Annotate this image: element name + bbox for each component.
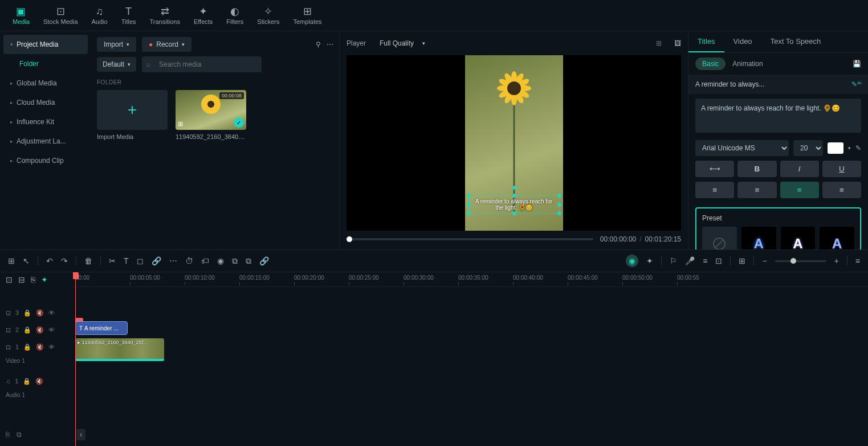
import-media-card[interactable]: + Import Media <box>97 90 168 140</box>
record-button[interactable]: ●Record▾ <box>142 37 191 52</box>
check-icon: ✓ <box>234 117 244 128</box>
sidebar-cloud-media[interactable]: ▸Cloud Media <box>3 93 88 112</box>
playhead[interactable] <box>75 272 76 446</box>
subtab-animation[interactable]: Animation <box>732 60 763 68</box>
sidebar-global-media[interactable]: ▸Global Media <box>3 73 88 93</box>
zoom-slider[interactable] <box>775 260 826 262</box>
track-head-audio1[interactable]: ♫1🔒🔇 <box>0 373 73 390</box>
align-center-button[interactable]: ≡ <box>737 182 776 198</box>
player-scrubber[interactable] <box>347 238 593 240</box>
tab-audio[interactable]: ♫Audio <box>85 3 115 27</box>
tab-templates[interactable]: ⊞Templates <box>286 3 328 27</box>
tl-record2-icon[interactable]: ⊡ <box>715 256 722 265</box>
player-canvas[interactable]: A reminder to always reach for the light… <box>347 55 681 231</box>
title-clip[interactable]: TA reminder ... <box>75 321 128 335</box>
font-color-swatch[interactable] <box>828 142 843 154</box>
new-folder-icon[interactable]: ⎘ <box>6 431 10 439</box>
align-left-button[interactable]: ≡ <box>695 182 734 198</box>
tl-tag-icon[interactable]: 🏷 <box>201 256 209 265</box>
prop-tab-tts[interactable]: Text To Speech <box>761 31 830 52</box>
tab-media[interactable]: ▣Media <box>6 3 36 27</box>
tl-link-icon[interactable]: 🔗 <box>152 256 161 265</box>
title-text-input[interactable]: A reminder to always reach for the light… <box>695 99 861 133</box>
tl-cut-icon[interactable]: ✂ <box>109 256 116 265</box>
tl-track-opt1-icon[interactable]: ⊡ <box>6 275 13 284</box>
import-button[interactable]: Import▾ <box>97 37 136 52</box>
save-preset-icon[interactable]: 💾 <box>853 60 861 68</box>
tl-marker2-icon[interactable]: ⚐ <box>670 256 677 265</box>
tl-view-icon[interactable]: ≡ <box>855 256 860 265</box>
tl-track-opt2-icon[interactable]: ⊟ <box>18 275 25 284</box>
tl-cursor-icon[interactable]: ↖ <box>23 256 30 265</box>
zoom-in-icon[interactable]: + <box>834 256 839 265</box>
tl-track-opt4-icon[interactable]: ✦ <box>41 275 48 284</box>
preset-1[interactable]: A <box>741 227 776 249</box>
video-clip[interactable]: ▸ 11940592_2160_3840_25f... <box>75 338 164 361</box>
sidebar-project-media[interactable]: ▾Project Media <box>3 35 88 54</box>
tl-undo-icon[interactable]: ↶ <box>46 256 53 265</box>
tl-layout-icon[interactable]: ⊞ <box>8 256 15 265</box>
sidebar-influence-kit[interactable]: ▸Influence Kit <box>3 112 88 132</box>
zoom-out-icon[interactable]: − <box>762 256 767 265</box>
tl-track-opt3-icon[interactable]: ⎘ <box>31 275 35 284</box>
tl-audio-icon[interactable]: ≡ <box>703 256 707 265</box>
spacing-button[interactable]: ⟷ <box>695 161 734 177</box>
tl-gear-icon[interactable]: ✦ <box>646 256 653 265</box>
timeline-tracks[interactable]: 00:0000:00:05:0000:00:10:0000:00:15:0000… <box>73 272 868 446</box>
tl-redo-icon[interactable]: ↷ <box>61 256 68 265</box>
sidebar-adjustment-layer[interactable]: ▸Adjustment La... <box>3 132 88 151</box>
tl-crop-icon[interactable]: ◻ <box>137 256 144 265</box>
eyedropper-icon[interactable]: ✎ <box>855 144 861 152</box>
track-head-2[interactable]: ⊡2🔒🔇👁 <box>0 321 73 338</box>
tl-color-icon[interactable]: ◉ <box>217 256 224 265</box>
preset-3[interactable]: A <box>820 227 854 249</box>
track-head-3[interactable]: ⊡3🔒🔇👁 <box>0 304 73 321</box>
text-overlay[interactable]: A reminder to always reach for the light… <box>468 195 560 214</box>
tl-mic-icon[interactable]: 🎤 <box>685 256 695 265</box>
timeline-panel: ⊞ ↖ ↶ ↷ 🗑 ✂ T ◻ 🔗 ⋯ ⏱ 🏷 ◉ ⧉ ⧉ 🔗 ◉ ✦ ⚐ 🎤 <box>0 249 868 446</box>
tl-group-icon[interactable]: ⧉ <box>232 256 238 266</box>
more-icon[interactable]: ⋯ <box>327 40 333 48</box>
tl-ai-icon[interactable]: ◉ <box>626 255 638 267</box>
ai-edit-icon[interactable]: ✎ᴬᴵ <box>851 80 861 88</box>
preset-2[interactable]: A <box>781 227 816 249</box>
snapshot-icon[interactable]: 🖼 <box>674 39 681 47</box>
align-right-button[interactable]: ≡ <box>822 182 861 198</box>
prop-tab-video[interactable]: Video <box>724 31 761 52</box>
tab-filters[interactable]: ◐Filters <box>219 3 250 27</box>
subtab-basic[interactable]: Basic <box>695 58 726 70</box>
tl-speed-icon[interactable]: ⏱ <box>185 256 193 265</box>
sort-dropdown[interactable]: Default ▾ <box>97 57 136 72</box>
preset-none[interactable] <box>702 227 737 249</box>
quality-dropdown[interactable]: Full Quality ▾ <box>373 36 432 51</box>
tab-effects[interactable]: ✦Effects <box>187 3 219 27</box>
tab-stickers[interactable]: ✧Stickers <box>250 3 286 27</box>
font-family-select[interactable]: Arial Unicode MS <box>695 140 789 156</box>
tab-stock-media[interactable]: ⊡Stock Media <box>36 3 85 27</box>
filter-icon[interactable]: ⚲ <box>316 40 321 48</box>
align-center2-button[interactable]: ≡ <box>780 182 819 198</box>
italic-button[interactable]: I <box>780 161 819 177</box>
tab-titles[interactable]: TTitles <box>115 3 143 27</box>
sidebar-folder[interactable]: Folder <box>3 54 88 73</box>
track-label-audio1: Audio 1 <box>0 390 73 400</box>
timeline-ruler[interactable]: 00:0000:00:05:0000:00:10:0000:00:15:0000… <box>73 272 868 287</box>
tl-magnet-icon[interactable]: 🔗 <box>259 256 269 265</box>
tl-mix-icon[interactable]: ⊞ <box>739 256 745 265</box>
tl-delete-icon[interactable]: 🗑 <box>84 256 92 265</box>
prop-tab-titles[interactable]: Titles <box>688 31 724 52</box>
tl-text-icon[interactable]: T <box>124 256 129 265</box>
underline-button[interactable]: U <box>822 161 861 177</box>
tl-ripple-icon[interactable]: ⋯ <box>169 256 177 265</box>
bold-button[interactable]: B <box>737 161 776 177</box>
layout-grid-icon[interactable]: ⊞ <box>656 39 662 47</box>
tl-group2-icon[interactable]: ⧉ <box>246 256 251 266</box>
search-input[interactable] <box>142 56 262 72</box>
tab-transitions[interactable]: ⇄Transitions <box>143 3 187 27</box>
sidebar-compound-clip[interactable]: ▸Compound Clip <box>3 151 88 170</box>
track-head-video1[interactable]: ⊡1🔒🔇👁 <box>0 338 73 355</box>
new-bin-icon[interactable]: ⧉ <box>17 431 22 439</box>
font-size-select[interactable]: 20 <box>793 140 823 156</box>
media-clip-card[interactable]: 00:00:08 ⊞ ✓ 11940592_2160_3840_2... <box>176 90 246 140</box>
top-toolbar: ▣Media ⊡Stock Media ♫Audio TTitles ⇄Tran… <box>0 0 868 31</box>
